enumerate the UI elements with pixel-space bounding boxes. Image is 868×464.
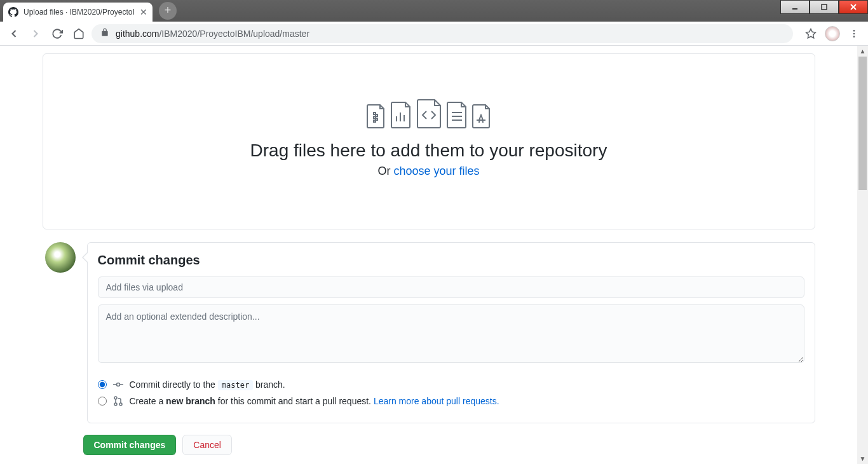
- profile-avatar[interactable]: [825, 26, 840, 41]
- nav-reload-button[interactable]: [48, 25, 66, 43]
- dropzone-subtext: Or choose your files: [56, 165, 802, 178]
- window-minimize-button[interactable]: [780, 0, 810, 14]
- dropzone-heading: Drag files here to add them to your repo…: [56, 140, 802, 161]
- bookmark-star-icon[interactable]: [802, 25, 820, 43]
- learn-more-pr-link[interactable]: Learn more about pull requests.: [374, 396, 499, 406]
- commit-form: Commit changes Commit directly to the ma…: [87, 242, 815, 423]
- window-maximize-button[interactable]: [810, 0, 839, 14]
- browser-tab-active[interactable]: Upload files · IBM2020/ProyectoI ✕: [3, 3, 153, 22]
- commit-changes-button[interactable]: Commit changes: [83, 435, 177, 455]
- git-pull-request-icon: [113, 396, 123, 406]
- window-titlebar: Upload files · IBM2020/ProyectoI ✕ +: [0, 0, 868, 22]
- file-pdf-icon: [471, 104, 492, 129]
- commit-description-textarea[interactable]: [98, 304, 804, 363]
- svg-point-5: [853, 30, 855, 32]
- svg-point-24: [119, 403, 122, 406]
- file-dropzone[interactable]: Drag files here to add them to your repo…: [43, 53, 815, 229]
- page-content: Drag files here to add them to your repo…: [0, 46, 857, 464]
- vertical-scrollbar[interactable]: ▲ ▼: [857, 46, 868, 464]
- radio-commit-direct[interactable]: Commit directly to the master branch.: [98, 379, 804, 390]
- radio-new-branch-input[interactable]: [98, 397, 107, 406]
- svg-point-23: [114, 403, 117, 406]
- nav-forward-button[interactable]: [27, 25, 44, 43]
- radio-new-branch[interactable]: Create a new branch for this commit and …: [98, 396, 804, 406]
- git-commit-icon: [113, 379, 123, 390]
- svg-point-22: [114, 397, 117, 399]
- tab-close-icon[interactable]: ✕: [140, 7, 147, 17]
- nav-home-button[interactable]: [70, 25, 88, 43]
- lock-icon: [100, 28, 109, 39]
- browser-menu-button[interactable]: [845, 25, 863, 43]
- file-code-icon: [416, 99, 442, 129]
- file-zip-icon: [366, 104, 386, 129]
- svg-marker-4: [806, 29, 816, 38]
- svg-point-19: [116, 383, 119, 386]
- nav-back-button[interactable]: [5, 25, 23, 43]
- svg-point-6: [853, 32, 855, 34]
- dropzone-file-icons: [56, 99, 802, 129]
- scroll-up-arrow[interactable]: ▲: [857, 46, 868, 57]
- choose-files-link[interactable]: choose your files: [393, 165, 479, 177]
- new-tab-button[interactable]: +: [159, 2, 177, 20]
- browser-toolbar: github.com/IBM2020/ProyectoIBM/upload/ma…: [0, 22, 868, 46]
- cancel-button[interactable]: Cancel: [182, 435, 232, 455]
- branch-name-pill: master: [218, 380, 253, 390]
- commit-heading: Commit changes: [98, 253, 804, 268]
- svg-rect-1: [822, 4, 827, 10]
- commit-summary-input[interactable]: [98, 276, 804, 298]
- commit-target-radio-group: Commit directly to the master branch. Cr…: [98, 379, 804, 406]
- radio-commit-direct-input[interactable]: [98, 380, 107, 389]
- address-bar[interactable]: github.com/IBM2020/ProyectoIBM/upload/ma…: [92, 24, 793, 43]
- github-favicon-icon: [8, 7, 18, 17]
- url-text: github.com/IBM2020/ProyectoIBM/upload/ma…: [116, 29, 309, 39]
- scroll-down-arrow[interactable]: ▼: [857, 453, 868, 464]
- user-avatar[interactable]: [45, 242, 76, 273]
- file-text-icon: [446, 101, 468, 129]
- scroll-thumb[interactable]: [858, 57, 867, 190]
- file-chart-icon: [390, 101, 412, 129]
- window-close-button[interactable]: [839, 0, 868, 14]
- svg-point-7: [853, 36, 855, 38]
- tab-title: Upload files · IBM2020/ProyectoI: [24, 8, 135, 17]
- svg-rect-12: [374, 120, 376, 122]
